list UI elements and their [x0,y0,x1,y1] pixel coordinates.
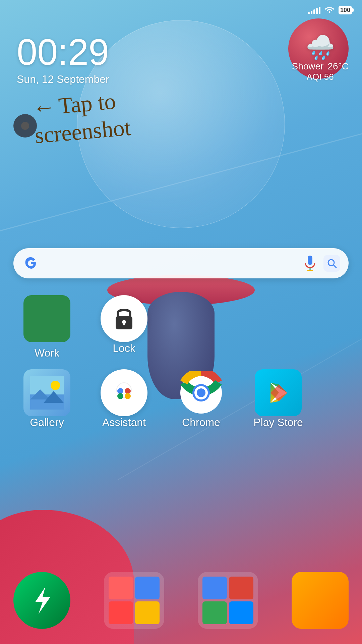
status-icons: 100 [308,5,352,15]
arrow-icon: ← [32,94,56,121]
weather-icon: 🌧️ [306,34,335,61]
battery-level: 100 [340,7,350,14]
signal-strength [308,6,320,14]
signal-bar-2 [311,11,312,14]
f2-mini-1 [202,577,227,599]
f1-mini-2 [135,577,160,599]
app-row-2: Gallery Assistant [17,369,345,429]
chrome-label: Chrome [182,416,220,429]
lens-icon[interactable] [323,255,340,272]
dock-item-folder1[interactable] [104,572,164,629]
battery-icon: 100 [339,6,352,14]
gallery-icon[interactable] [23,369,70,416]
svg-line-7 [334,265,336,268]
app-chrome[interactable]: Chrome [171,369,231,429]
signal-bar-5 [319,7,320,14]
google-logo: G [22,254,40,273]
gallery-label: Gallery [30,416,64,429]
f2-mini-3 [202,601,227,624]
app-lock[interactable]: Lock [94,295,154,359]
svg-rect-3 [308,256,312,265]
signal-bar-3 [313,9,315,14]
bottom-dock [13,570,349,631]
svg-text:G: G [25,254,36,271]
search-bar[interactable]: G [13,248,349,278]
work-icon[interactable] [23,295,70,342]
dock-item-orange[interactable] [292,572,349,629]
weather-description: Shower [292,61,324,72]
chrome-icon[interactable] [178,369,225,416]
app-grid: Work Lock [0,295,362,439]
app-gallery[interactable]: Gallery [17,369,77,429]
f1-mini-4 [135,601,160,624]
zap-icon-bg [13,572,70,629]
hint-line1: Tap to [57,88,117,119]
work-label: Work [35,347,59,359]
dock-item-folder2[interactable] [198,572,258,629]
app-assistant[interactable]: Assistant [94,369,154,429]
playstore-icon[interactable] [255,369,302,416]
f1-mini-1 [109,577,133,599]
f1-mini-3 [109,601,133,624]
time-widget: 00:29 Sun, 12 September [17,34,109,86]
clock-display: 00:29 [17,34,109,70]
svg-point-15 [51,381,60,390]
aqi-value: 56 [324,72,334,82]
signal-bar-1 [308,12,310,14]
svg-marker-31 [35,587,50,614]
lock-icon[interactable] [101,295,147,342]
search-input[interactable] [40,248,303,278]
signal-bar-4 [316,8,318,14]
svg-point-25 [197,388,205,397]
screenshot-hint-text: ←Tap to screenshot [31,87,132,150]
assistant-icon[interactable] [101,369,147,416]
wifi-icon [324,5,335,15]
folder2-grid [198,572,258,629]
svg-point-1 [21,122,29,130]
mic-icon[interactable] [303,254,317,273]
playstore-label: Play Store [253,416,303,429]
assistant-label: Assistant [102,416,146,429]
weather-widget[interactable]: 🌧️ Shower 26°C AQI 56 [292,34,349,82]
f2-mini-2 [229,577,253,599]
app-playstore[interactable]: Play Store [248,369,308,429]
search-right-icons [303,254,340,273]
app-row-1: Work Lock [17,295,345,359]
svg-point-21 [122,392,126,395]
dock-item-zap[interactable] [13,572,70,629]
aqi-label: AQI [307,72,322,82]
weather-aqi: AQI 56 [307,72,334,82]
date-display: Sun, 12 September [17,73,109,86]
svg-point-0 [328,11,330,13]
svg-rect-10 [123,322,125,325]
weather-temperature: 26°C [327,61,349,72]
app-work[interactable]: Work [17,295,77,359]
lock-label: Lock [113,342,135,355]
f2-mini-4 [229,601,253,624]
orange-icon-bg [292,572,349,629]
folder1-grid [104,572,164,629]
status-bar: 100 [0,0,362,20]
